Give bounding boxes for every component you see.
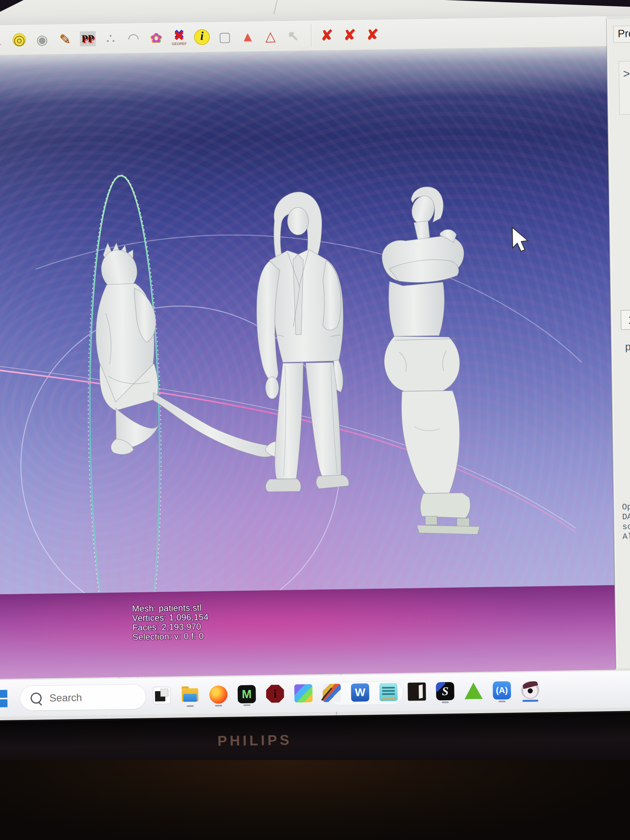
child-leg-extended <box>153 391 281 458</box>
toolbar-info-icon[interactable]: i <box>191 25 212 49</box>
model-woman-crossed-arms <box>381 186 480 536</box>
taskbar-search[interactable]: Search <box>20 684 146 711</box>
philips-monitor: ∟ ◎ ◉ ✎ PP ∴ ◠ ✿ ✖ GEOREF i ▢ ▲ △ ↖ ✘ ✘ <box>0 0 630 786</box>
taskbar-file-explorer-icon[interactable] <box>180 683 200 707</box>
viewport-status-band: Mesh: patients.stl Vertices: 1,096,154 F… <box>0 585 616 679</box>
toolbar-delete-vertices-icon[interactable]: ✘ <box>316 23 337 47</box>
woman-jeans-hips <box>384 336 460 392</box>
taskbar-book-app-icon[interactable] <box>406 680 427 704</box>
cursor-tool-icon: ↖ <box>287 29 299 43</box>
toolbar-point-select-icon[interactable]: ∴ <box>100 26 121 50</box>
man-left-trouser <box>273 363 305 479</box>
man-right-shoe <box>316 475 349 489</box>
panel-expand-chevron-icon[interactable]: > <box>619 61 630 115</box>
woman-base-plate <box>417 524 480 535</box>
toolbar-measure-tape-icon[interactable]: ◎ <box>9 28 30 52</box>
taskbar-ca-app-icon[interactable]: (A) <box>491 679 512 703</box>
axis-icon: ∟ <box>0 33 2 47</box>
georef-pin-icon: ✖ <box>173 29 185 43</box>
layer-index-badge[interactable]: 1 <box>621 310 630 330</box>
search-label: Search <box>50 691 82 704</box>
woman-legs <box>401 391 461 494</box>
toolbar-select-rect-icon[interactable]: ▢ <box>214 25 235 49</box>
texture-parrot-icon: ✿ <box>150 31 162 45</box>
toolbar-cursor-icon[interactable]: ↖ <box>283 24 304 48</box>
select-face-tri-icon: △ <box>265 29 276 43</box>
delete-faces-vertices-icon: ✘ <box>366 28 379 41</box>
woman-torso <box>388 280 445 336</box>
taskbar-eye-viewer-icon[interactable] <box>520 678 541 702</box>
search-icon <box>31 692 42 703</box>
toolbar-surface-points-icon[interactable]: ◠ <box>123 26 144 50</box>
monitor-brand-logo: PHILIPS <box>217 732 292 749</box>
man-left-shoe <box>265 479 301 492</box>
taskbar-a-app-icon[interactable] <box>463 679 484 703</box>
taskbar-i-app-icon[interactable]: i <box>265 682 285 706</box>
toolbar-delete-faces-icon[interactable]: ✘ <box>339 23 360 47</box>
windows-start-icon[interactable] <box>0 690 7 708</box>
mouse-cursor <box>512 227 528 252</box>
taskbar-s-app-icon[interactable]: S <box>435 679 456 703</box>
taskbar-firefox-icon[interactable] <box>208 682 229 706</box>
select-rect-icon: ▢ <box>219 30 232 43</box>
point-select-icon: ∴ <box>106 32 115 45</box>
screen: ∟ ◎ ◉ ✎ PP ∴ ◠ ✿ ✖ GEOREF i ▢ ▲ △ ↖ ✘ ✘ <box>0 0 630 720</box>
toolbar-delete-faces-vertices-icon[interactable]: ✘ <box>362 22 383 46</box>
delete-faces-icon: ✘ <box>343 28 356 41</box>
log-text-fragments: Op DA sc Al <box>622 502 630 541</box>
layer-name-label: p… <box>625 341 630 353</box>
select-faces-icon: ▲ <box>241 30 254 43</box>
man-left-arm <box>322 260 341 330</box>
info-icon: i <box>194 29 210 45</box>
toolbar-separator <box>311 24 311 47</box>
taskbar-notepad-icon[interactable] <box>378 680 399 704</box>
mesh-info-block: Mesh: patients.stl Vertices: 1,096,154 F… <box>132 603 209 642</box>
toolbar-paintbrush-icon[interactable]: ✎ <box>54 27 75 51</box>
toolbar-texture-parrot-icon[interactable]: ✿ <box>146 26 167 50</box>
taskbar-task-view-icon[interactable] <box>151 684 172 708</box>
toolbar-axis-icon[interactable]: ∟ <box>0 28 7 52</box>
taskbar-m-app-icon[interactable]: M <box>236 682 257 706</box>
mesh-selection: Selection: v: 0 f: 0 <box>132 631 209 642</box>
photo-of-monitor: ∟ ◎ ◉ ✎ PP ∴ ◠ ✿ ✖ GEOREF i ▢ ▲ △ ↖ ✘ ✘ <box>0 0 630 840</box>
woman-boot <box>420 493 471 519</box>
toolbar-select-face-tri-icon[interactable]: △ <box>260 24 281 48</box>
measure-tape-icon: ◎ <box>13 33 26 46</box>
taskbar-word-icon[interactable]: W <box>350 681 371 705</box>
man-face <box>287 207 309 235</box>
man-hand <box>265 376 279 399</box>
delete-vertices-icon: ✘ <box>321 28 333 42</box>
desk-surface: ZEISS Brillen-Reinigungstücher milde Lös… <box>0 760 630 840</box>
moire-glow <box>0 585 616 679</box>
taskbar-paint-app-icon[interactable] <box>321 681 342 705</box>
toolbar-camera-icon[interactable]: ◉ <box>32 28 52 52</box>
point-picker-icon: PP <box>80 31 96 46</box>
toolbar-point-picker-icon[interactable]: PP <box>77 27 98 51</box>
taskbar-cube-app-icon[interactable] <box>293 681 314 705</box>
camera-icon: ◉ <box>36 33 48 46</box>
georef-caption: GEOREF <box>172 42 187 46</box>
toolbar-select-faces-icon[interactable]: ▲ <box>237 24 258 48</box>
surface-points-icon: ◠ <box>128 32 139 45</box>
project-panel-title: Pro <box>613 25 630 43</box>
toolbar-georef-icon[interactable]: ✖ GEOREF <box>169 26 189 50</box>
paintbrush-icon: ✎ <box>59 32 70 46</box>
